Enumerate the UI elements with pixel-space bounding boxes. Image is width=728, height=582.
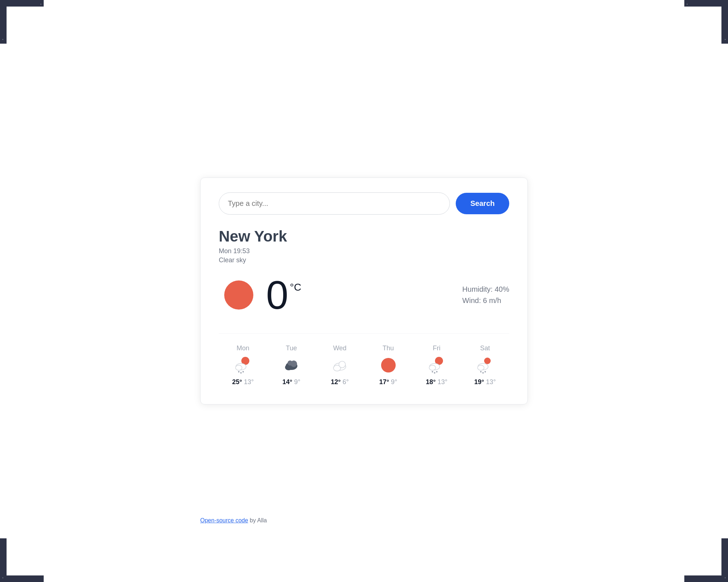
forecast-temps: 18° 13° (426, 378, 447, 386)
temperature-display: 0 °C (266, 275, 301, 315)
search-row: Search (219, 192, 509, 215)
forecast-high: 18° (426, 378, 436, 386)
forecast-day-mon: Mon 25° 13° (219, 344, 267, 386)
current-weather-panel: 0 °C Humidity: 40% Wind: 6 m/h (219, 275, 509, 315)
humidity-label: Humidity: 40% (462, 285, 509, 294)
forecast-row: Mon 25° 13° Tue (219, 333, 509, 386)
svg-point-5 (242, 371, 244, 372)
temperature-unit: °C (290, 282, 301, 293)
forecast-high: 19° (474, 378, 484, 386)
forecast-day-label: Sat (480, 344, 490, 352)
sun-icon (224, 280, 253, 310)
forecast-low: 13° (438, 378, 447, 386)
open-source-link[interactable]: Open-source code (200, 517, 248, 523)
svg-point-22 (478, 365, 484, 370)
forecast-day-label: Wed (333, 344, 347, 352)
forecast-day-label: Thu (383, 344, 394, 352)
forecast-temps: 14° 9° (282, 378, 300, 386)
forecast-day-tue: Tue 14° 9° (267, 344, 316, 386)
svg-point-3 (238, 371, 240, 372)
forecast-day-label: Tue (286, 344, 297, 352)
footer-suffix: by Alla (248, 517, 267, 523)
forecast-day-wed: Wed 12° 6° (316, 344, 364, 386)
corner-bracket-br (684, 538, 728, 582)
svg-point-23 (480, 371, 482, 372)
svg-point-12 (339, 361, 345, 368)
forecast-icon-cloud-dark (282, 356, 301, 375)
forecast-high: 17° (379, 378, 389, 386)
forecast-high: 12° (331, 378, 341, 386)
forecast-low: 9° (294, 378, 300, 386)
forecast-low: 9° (391, 378, 397, 386)
forecast-icon-sun-rain (427, 356, 446, 375)
forecast-icon-sun (379, 356, 398, 375)
forecast-icon-sun-rain (234, 356, 253, 375)
search-button[interactable]: Search (456, 193, 509, 214)
forecast-day-thu: Thu 17° 9° (364, 344, 412, 386)
svg-point-24 (482, 372, 484, 374)
corner-bracket-tr (684, 0, 728, 44)
svg-point-19 (436, 371, 438, 372)
forecast-low: 6° (343, 378, 349, 386)
wind-label: Wind: 6 m/h (462, 296, 509, 305)
forecast-day-fri: Fri 18° 13° (412, 344, 461, 386)
forecast-day-sat: Sat 19° 13° (461, 344, 509, 386)
forecast-high: 14° (282, 378, 292, 386)
forecast-temps: 12° 6° (331, 378, 349, 386)
forecast-icon-sun-rain-small (476, 356, 495, 375)
svg-point-16 (429, 365, 436, 370)
weather-card: Search New York Mon 19:53 Clear sky 0 °C… (200, 178, 528, 404)
svg-point-18 (434, 372, 435, 374)
forecast-temps: 19° 13° (474, 378, 496, 386)
corner-bracket-tl (0, 0, 44, 44)
svg-point-13 (381, 358, 396, 372)
footer: Open-source code by Alla (200, 517, 528, 524)
svg-point-4 (240, 372, 242, 374)
weather-details: Humidity: 40% Wind: 6 m/h (462, 285, 509, 305)
forecast-temps: 17° 9° (379, 378, 397, 386)
corner-bracket-bl (0, 538, 44, 582)
forecast-day-label: Mon (237, 344, 249, 352)
svg-point-25 (484, 371, 486, 372)
forecast-icon-cloud-light (331, 356, 349, 375)
city-name: New York (219, 228, 509, 245)
city-datetime: Mon 19:53 (219, 247, 509, 255)
city-input[interactable] (219, 192, 450, 215)
forecast-low: 13° (244, 378, 254, 386)
svg-point-9 (288, 360, 293, 366)
city-condition: Clear sky (219, 256, 509, 264)
forecast-day-label: Fri (433, 344, 440, 352)
svg-point-17 (432, 371, 433, 372)
forecast-temps: 25° 13° (232, 378, 254, 386)
temperature-value: 0 (266, 275, 288, 315)
forecast-low: 13° (486, 378, 496, 386)
forecast-high: 25° (232, 378, 242, 386)
svg-point-2 (236, 365, 242, 370)
current-weather-icon (219, 275, 259, 315)
svg-point-20 (484, 358, 491, 364)
